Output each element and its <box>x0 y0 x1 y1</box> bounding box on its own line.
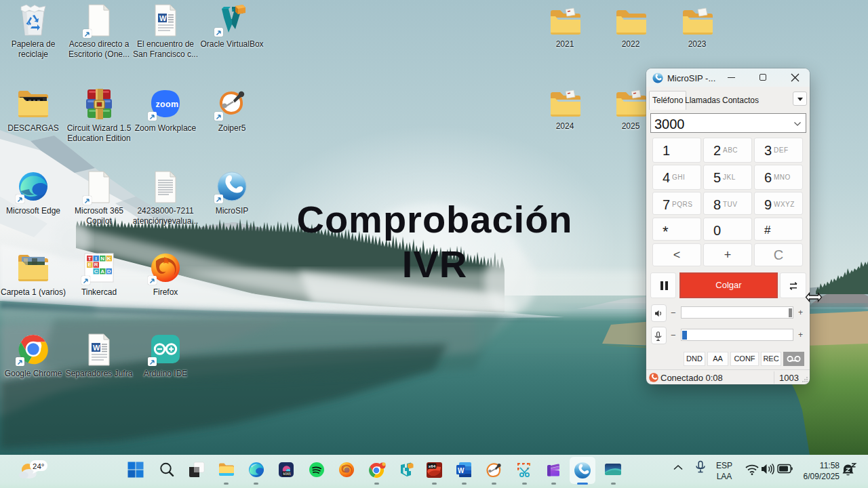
svg-text:W: W <box>159 14 167 22</box>
svg-text:24°: 24° <box>33 462 44 470</box>
svg-text:M365: M365 <box>283 472 291 476</box>
svg-text:x64: x64 <box>429 464 436 468</box>
svg-text:W: W <box>93 344 100 352</box>
svg-text:A: A <box>100 268 104 274</box>
svg-text:E: E <box>88 262 92 268</box>
svg-text:N: N <box>100 256 104 262</box>
svg-text:C: C <box>94 268 98 274</box>
svg-text:T: T <box>88 256 92 262</box>
svg-text:zoom: zoom <box>156 100 179 109</box>
svg-text:R: R <box>94 262 98 268</box>
svg-text:W: W <box>458 467 465 474</box>
svg-text:K: K <box>107 256 111 262</box>
svg-text:I: I <box>96 256 97 262</box>
svg-text:D: D <box>107 268 111 274</box>
